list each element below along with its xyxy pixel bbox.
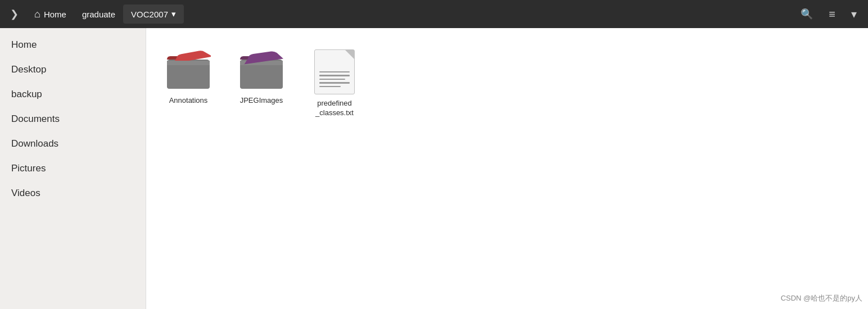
sidebar-pictures-label: Pictures <box>11 163 46 174</box>
breadcrumb-graduate[interactable]: graduate <box>74 5 123 24</box>
breadcrumb-voc2007-label: VOC2007 <box>131 10 168 19</box>
search-button[interactable]: 🔍 <box>794 3 820 25</box>
sidebar-item-documents[interactable]: Documents <box>0 107 146 131</box>
sidebar-desktop-label: Desktop <box>11 64 46 75</box>
sidebar-item-downloads[interactable]: Downloads <box>0 131 146 156</box>
txt-line-3 <box>319 79 345 80</box>
more-arrow-icon: ▾ <box>851 7 857 21</box>
sidebar-item-desktop[interactable]: Desktop <box>0 57 146 82</box>
breadcrumb-voc2007[interactable]: VOC2007 ▾ <box>123 4 184 24</box>
sidebar-backup-label: backup <box>11 89 42 100</box>
folder-annotations-label: Annotations <box>169 96 208 106</box>
sidebar-downloads-label: Downloads <box>11 138 58 149</box>
breadcrumb: ⌂ Home graduate VOC2007 ▾ <box>26 4 408 25</box>
main-content: Home Desktop backup Documents Downloads … <box>0 28 868 309</box>
txt-line-1 <box>319 71 350 73</box>
file-item-predefined[interactable]: predefined_classes.txt <box>304 45 365 122</box>
back-button[interactable]: ❯ <box>4 4 24 24</box>
toolbar: ❯ ⌂ Home graduate VOC2007 ▾ 🔍 ≡ ▾ <box>0 0 868 28</box>
watermark: CSDN @哈也不是的py人 <box>781 293 862 303</box>
more-options-button[interactable]: ▾ <box>844 3 864 25</box>
file-item-annotations[interactable]: Annotations <box>157 45 219 122</box>
folder-icon-annotations <box>166 49 211 92</box>
sidebar-item-videos[interactable]: Videos <box>0 181 146 206</box>
sidebar-item-home[interactable]: Home <box>0 33 146 57</box>
folder-jpegimages-label: JPEGImages <box>240 96 283 106</box>
txt-file-label: predefined_classes.txt <box>315 99 354 118</box>
sidebar-item-pictures[interactable]: Pictures <box>0 156 146 181</box>
view-icon: ≡ <box>829 8 835 21</box>
txt-line-2 <box>319 75 350 76</box>
back-icon: ❯ <box>10 8 19 20</box>
sidebar-home-label: Home <box>11 39 37 51</box>
folder-icon-jpegimages <box>239 49 284 92</box>
search-icon: 🔍 <box>801 8 813 20</box>
sidebar-videos-label: Videos <box>11 188 40 199</box>
sidebar: Home Desktop backup Documents Downloads … <box>0 28 146 309</box>
file-area: Annotations JPEGImages <box>146 28 868 309</box>
home-label: Home <box>44 10 66 19</box>
txt-line-5 <box>319 86 341 88</box>
view-mode-button[interactable]: ≡ <box>822 3 842 25</box>
sidebar-documents-label: Documents <box>11 113 60 125</box>
file-item-jpegimages[interactable]: JPEGImages <box>230 45 292 122</box>
txt-lines <box>319 71 350 88</box>
breadcrumb-graduate-label: graduate <box>82 10 115 19</box>
txt-line-4 <box>319 82 350 84</box>
txt-file-icon <box>314 49 355 94</box>
sidebar-item-backup[interactable]: backup <box>0 82 146 107</box>
svg-rect-2 <box>167 61 210 65</box>
breadcrumb-home[interactable]: ⌂ Home <box>26 4 74 25</box>
dropdown-arrow-icon: ▾ <box>171 9 176 19</box>
home-icon: ⌂ <box>34 8 40 20</box>
toolbar-right: 🔍 ≡ ▾ <box>794 3 864 25</box>
